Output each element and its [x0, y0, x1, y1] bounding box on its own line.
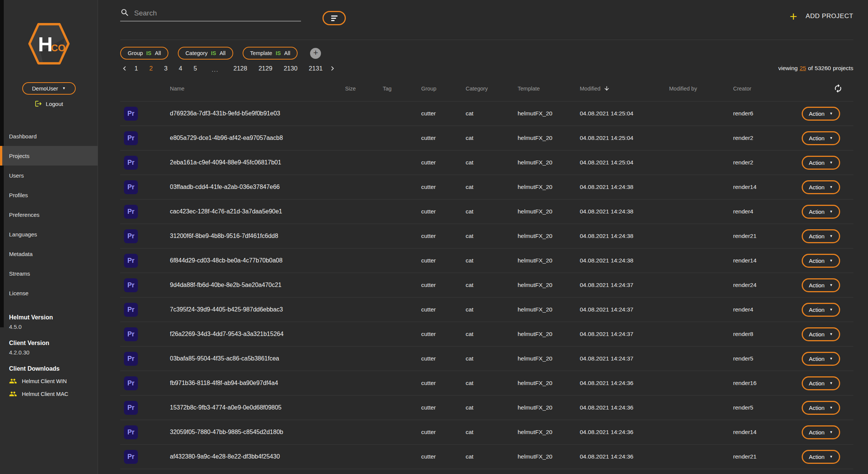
header-group[interactable]: Group: [417, 86, 461, 92]
action-label: Action: [809, 135, 825, 141]
pagination-page[interactable]: 4: [179, 65, 182, 72]
filter-chip[interactable]: Template IS All: [243, 47, 298, 60]
caret-down-icon: ▼: [830, 455, 833, 459]
refresh-button[interactable]: [833, 84, 843, 93]
client-downloads-label: Client Downloads: [9, 365, 98, 372]
action-button[interactable]: Action ▼: [802, 352, 840, 366]
pagination-page[interactable]: 3: [164, 65, 167, 72]
table-row[interactable]: Pr af432380-9a9c-4e28-8e22-df3bb4f25430 …: [120, 445, 853, 469]
cell-category: cat: [461, 208, 513, 215]
cell-icon: Pr: [120, 278, 165, 292]
cell-category: cat: [461, 331, 513, 337]
sidebar-nav-item[interactable]: Projects: [0, 146, 98, 166]
cell-template: helmutFX_20: [513, 257, 575, 264]
cell-group: cutter: [417, 306, 461, 313]
header-size[interactable]: Size: [341, 86, 378, 92]
caret-down-icon: ▼: [830, 112, 833, 115]
client-download-link[interactable]: Helmut Client MAC: [9, 390, 68, 398]
table-row[interactable]: Pr 03ffaadb-cdd4-41fe-a2ab-036e37847e66 …: [120, 175, 853, 199]
logout-button[interactable]: Logout: [35, 100, 63, 107]
sidebar-nav-item[interactable]: Preferences: [0, 205, 98, 224]
action-button[interactable]: Action ▼: [802, 278, 840, 292]
action-button[interactable]: Action ▼: [802, 450, 840, 464]
sidebar-nav-item[interactable]: Dashboard: [0, 126, 98, 146]
cell-category: cat: [461, 257, 513, 264]
sidebar-nav-item[interactable]: Profiles: [0, 185, 98, 205]
add-filter-button[interactable]: +: [310, 48, 321, 59]
logout-icon: [35, 100, 42, 107]
action-button[interactable]: Action ▼: [802, 425, 840, 439]
pagination-page[interactable]: ...: [212, 66, 219, 73]
header-tag[interactable]: Tag: [378, 86, 417, 92]
cell-icon: Pr: [120, 352, 165, 366]
cell-group: cutter: [417, 233, 461, 239]
search-input[interactable]: [134, 9, 301, 17]
table-row[interactable]: Pr fb971b36-8118-4f8f-ab94-ba90e97df4a4 …: [120, 371, 853, 396]
table-row[interactable]: Pr 32059f05-7880-47bb-9885-c8545d2d180b …: [120, 420, 853, 445]
cell-icon: Pr: [120, 425, 165, 439]
table-row[interactable]: Pr d769236a-7df3-431b-9efd-b5e9f0b91e03 …: [120, 101, 853, 126]
cell-creator: render14: [729, 429, 796, 436]
premiere-icon: Pr: [124, 450, 138, 464]
table-header-row: Name Size Tag Group Category Template Mo…: [120, 76, 853, 101]
pagination-page[interactable]: 2130: [284, 65, 298, 72]
header-template[interactable]: Template: [513, 86, 575, 92]
viewing-count[interactable]: 25: [799, 65, 806, 72]
search-sort-button[interactable]: [322, 11, 346, 25]
action-button[interactable]: Action ▼: [802, 229, 840, 243]
header-modified[interactable]: Modified: [575, 85, 665, 92]
action-button[interactable]: Action ▼: [802, 254, 840, 268]
header-creator[interactable]: Creator: [729, 86, 796, 92]
header-category[interactable]: Category: [461, 86, 513, 92]
action-button[interactable]: Action ▼: [802, 327, 840, 341]
pagination-page[interactable]: 2128: [233, 65, 247, 72]
action-button[interactable]: Action ▼: [802, 376, 840, 390]
sidebar-nav-item[interactable]: Metadata: [0, 244, 98, 264]
filter-chip[interactable]: Group IS All: [120, 47, 168, 60]
action-button[interactable]: Action ▼: [802, 131, 840, 145]
cell-creator: render21: [729, 453, 796, 460]
table-row[interactable]: Pr 2eba161a-c9ef-4094-88e9-45fc06817b01 …: [120, 150, 853, 175]
sidebar-nav-item[interactable]: License: [0, 283, 98, 303]
cell-name: f26a2269-34d3-4dd7-9543-a3a321b15264: [165, 331, 341, 337]
table-row[interactable]: Pr cac423ec-128f-4c76-a21d-3a7daa5e90e1 …: [120, 199, 853, 224]
header-modified-by[interactable]: Modified by: [665, 86, 729, 92]
pagination-page[interactable]: 5: [194, 65, 197, 72]
next-page-button[interactable]: [328, 64, 337, 73]
premiere-icon: Pr: [124, 254, 138, 268]
action-button[interactable]: Action ▼: [802, 180, 840, 194]
action-button[interactable]: Action ▼: [802, 156, 840, 170]
pagination-page[interactable]: 2131: [309, 65, 323, 72]
client-download-link[interactable]: Helmut Client WIN: [9, 377, 67, 385]
cell-modified: 04.08.2021 14:24:38: [575, 208, 665, 215]
table-row[interactable]: Pr 03bafa85-9504-4f35-ac86-ca5b3861fcea …: [120, 347, 853, 371]
action-button[interactable]: Action ▼: [802, 107, 840, 121]
sidebar-nav-item[interactable]: Streams: [0, 264, 98, 283]
filter-chip[interactable]: Category IS All: [178, 47, 233, 60]
sidebar-nav-item[interactable]: Users: [0, 166, 98, 185]
cell-name: e805a729-dce1-4b96-af42-ea97057aacb8: [165, 135, 341, 141]
add-project-button[interactable]: + ADD PROJECT: [790, 11, 853, 21]
caret-down-icon: ▼: [830, 161, 833, 164]
cell-template: helmutFX_20: [513, 135, 575, 141]
table-row[interactable]: Pr 9d4da88f-fb6d-40be-8e2b-5ae20a470c21 …: [120, 273, 853, 298]
user-menu-button[interactable]: DemoUser ▼: [22, 82, 76, 95]
action-button[interactable]: Action ▼: [802, 401, 840, 415]
table-row[interactable]: Pr 6f844d29-cd03-48cb-be0a-4c77b70b0a08 …: [120, 249, 853, 273]
cell-modified: 04.08.2021 14:24:36: [575, 404, 665, 411]
action-button[interactable]: Action ▼: [802, 205, 840, 219]
table-row[interactable]: Pr 7c395f24-39d9-4405-b425-987dd6ebbac3 …: [120, 298, 853, 322]
table-row[interactable]: Pr e805a729-dce1-4b96-af42-ea97057aacb8 …: [120, 126, 853, 150]
table-row[interactable]: Pr 31200f6f-8be9-4b8b-9516-7df461fc6dd8 …: [120, 224, 853, 249]
header-name[interactable]: Name: [165, 86, 341, 92]
cell-icon: Pr: [120, 376, 165, 390]
logo-letter-h: H: [38, 33, 53, 55]
sidebar-nav-item[interactable]: Languages: [0, 224, 98, 244]
pagination-page[interactable]: 2129: [258, 65, 272, 72]
pagination-page[interactable]: 1: [134, 65, 138, 72]
table-row[interactable]: Pr f26a2269-34d3-4dd7-9543-a3a321b15264 …: [120, 322, 853, 347]
table-row[interactable]: Pr 15372b8c-9fb3-4774-a0e9-0e0d68f09805 …: [120, 396, 853, 420]
previous-page-button[interactable]: [120, 64, 129, 73]
action-button[interactable]: Action ▼: [802, 303, 840, 317]
pagination-page[interactable]: 2: [149, 65, 153, 72]
